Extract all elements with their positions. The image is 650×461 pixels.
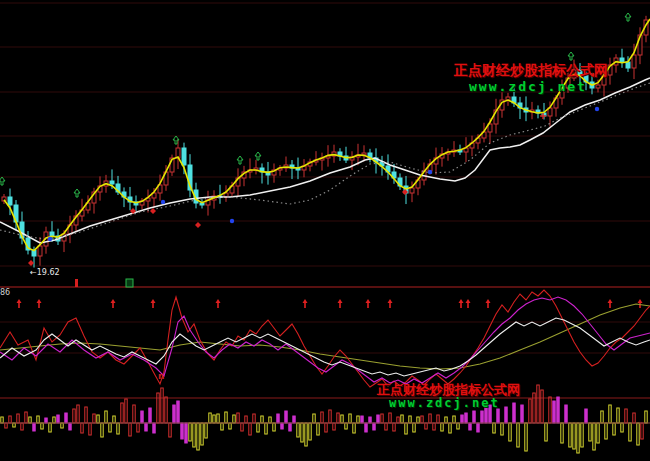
- volume-panel[interactable]: [0, 398, 650, 461]
- indicator-panel[interactable]: [0, 287, 650, 398]
- price-panel[interactable]: [0, 0, 650, 287]
- stock-chart-app: 正点财经炒股指标公式网 www.zdcj.net 正点财经炒股指标公式网 www…: [0, 0, 650, 461]
